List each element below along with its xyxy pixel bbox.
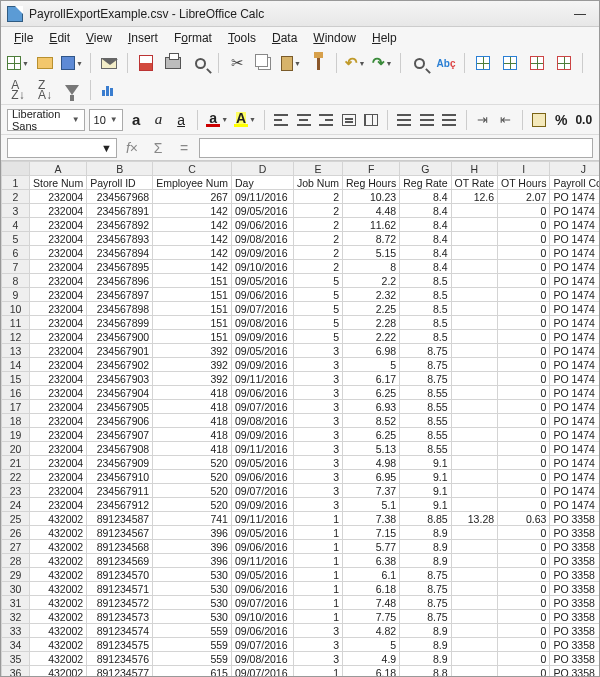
cell-F22[interactable]: 6.95 [343,470,400,484]
cell-D23[interactable]: 09/07/2016 [231,484,293,498]
cell-E8[interactable]: 5 [293,274,342,288]
cell-G11[interactable]: 8.5 [400,316,451,330]
cell-J14[interactable]: PO 1474 [550,358,599,372]
cell-F29[interactable]: 6.1 [343,568,400,582]
cell-I11[interactable]: 0 [498,316,550,330]
cell-D15[interactable]: 09/11/2016 [231,372,293,386]
decrease-indent-button[interactable]: ⇤ [496,108,515,132]
cell-B9[interactable]: 234567897 [87,288,153,302]
menu-item-5[interactable]: Tools [221,29,263,47]
cell-G22[interactable]: 9.1 [400,470,451,484]
cell-D27[interactable]: 09/06/2016 [231,540,293,554]
cell-H10[interactable] [451,302,498,316]
cell-G29[interactable]: 8.75 [400,568,451,582]
cell-J4[interactable]: PO 1474 [550,218,599,232]
cell-G21[interactable]: 9.1 [400,456,451,470]
cell-D26[interactable]: 09/05/2016 [231,526,293,540]
cell-G17[interactable]: 8.55 [400,400,451,414]
cell-E3[interactable]: 2 [293,204,342,218]
cell-F10[interactable]: 2.25 [343,302,400,316]
cell-G32[interactable]: 8.75 [400,610,451,624]
export-pdf-button[interactable] [134,51,158,75]
menu-item-8[interactable]: Help [365,29,404,47]
cell-G26[interactable]: 8.9 [400,526,451,540]
cell-F1[interactable]: Reg Hours [343,176,400,190]
cell-A3[interactable]: 232004 [30,204,87,218]
cell-E18[interactable]: 3 [293,414,342,428]
row-header-4[interactable]: 4 [2,218,30,232]
cell-B22[interactable]: 234567910 [87,470,153,484]
cell-A19[interactable]: 232004 [30,428,87,442]
cell-C13[interactable]: 392 [153,344,232,358]
font-color-button[interactable]: a▼ [205,108,229,132]
cell-E4[interactable]: 2 [293,218,342,232]
cell-C18[interactable]: 418 [153,414,232,428]
cell-C8[interactable]: 151 [153,274,232,288]
cell-F16[interactable]: 6.25 [343,386,400,400]
cell-G8[interactable]: 8.5 [400,274,451,288]
cell-B20[interactable]: 234567908 [87,442,153,456]
cell-D3[interactable]: 09/05/2016 [231,204,293,218]
cell-J21[interactable]: PO 1474 [550,456,599,470]
cell-D30[interactable]: 09/06/2016 [231,582,293,596]
cell-C11[interactable]: 151 [153,316,232,330]
cell-E34[interactable]: 3 [293,638,342,652]
redo-button[interactable]: ↷▼ [370,51,394,75]
cell-G33[interactable]: 8.9 [400,624,451,638]
cell-F13[interactable]: 6.98 [343,344,400,358]
cell-B27[interactable]: 891234568 [87,540,153,554]
cell-D33[interactable]: 09/06/2016 [231,624,293,638]
col-header-E[interactable]: E [293,162,342,176]
cell-B21[interactable]: 234567909 [87,456,153,470]
cell-C34[interactable]: 559 [153,638,232,652]
cell-C2[interactable]: 267 [153,190,232,204]
cell-G2[interactable]: 8.4 [400,190,451,204]
cell-B2[interactable]: 234567968 [87,190,153,204]
cell-D7[interactable]: 09/10/2016 [231,260,293,274]
menu-item-7[interactable]: Window [306,29,363,47]
cell-F6[interactable]: 5.15 [343,246,400,260]
cell-J11[interactable]: PO 1474 [550,316,599,330]
cell-G34[interactable]: 8.9 [400,638,451,652]
row-header-3[interactable]: 3 [2,204,30,218]
cell-I33[interactable]: 0 [498,624,550,638]
cell-J16[interactable]: PO 1474 [550,386,599,400]
cell-G28[interactable]: 8.9 [400,554,451,568]
cell-F34[interactable]: 5 [343,638,400,652]
cell-C28[interactable]: 396 [153,554,232,568]
cell-J34[interactable]: PO 3358 [550,638,599,652]
cell-H21[interactable] [451,456,498,470]
cell-A31[interactable]: 432002 [30,596,87,610]
cell-C29[interactable]: 530 [153,568,232,582]
cell-E31[interactable]: 1 [293,596,342,610]
row-header-35[interactable]: 35 [2,652,30,666]
cell-C5[interactable]: 142 [153,232,232,246]
cell-G35[interactable]: 8.9 [400,652,451,666]
col-header-F[interactable]: F [343,162,400,176]
cell-F7[interactable]: 8 [343,260,400,274]
cell-J5[interactable]: PO 1474 [550,232,599,246]
select-all-corner[interactable] [2,162,30,176]
cell-D25[interactable]: 09/11/2016 [231,512,293,526]
cell-E20[interactable]: 3 [293,442,342,456]
col-header-G[interactable]: G [400,162,451,176]
cell-I21[interactable]: 0 [498,456,550,470]
find-replace-button[interactable] [407,51,431,75]
align-left-button[interactable] [272,108,291,132]
cell-D2[interactable]: 09/11/2016 [231,190,293,204]
cell-I1[interactable]: OT Hours [498,176,550,190]
cell-J33[interactable]: PO 3358 [550,624,599,638]
cell-F4[interactable]: 11.62 [343,218,400,232]
cell-B36[interactable]: 891234577 [87,666,153,677]
cell-H33[interactable] [451,624,498,638]
cell-I10[interactable]: 0 [498,302,550,316]
cell-H25[interactable]: 13.28 [451,512,498,526]
cell-I6[interactable]: 0 [498,246,550,260]
autofilter-button[interactable] [60,78,84,102]
col-header-C[interactable]: C [153,162,232,176]
cell-C23[interactable]: 520 [153,484,232,498]
row-header-25[interactable]: 25 [2,512,30,526]
cell-G7[interactable]: 8.4 [400,260,451,274]
cell-G4[interactable]: 8.4 [400,218,451,232]
cell-B6[interactable]: 234567894 [87,246,153,260]
